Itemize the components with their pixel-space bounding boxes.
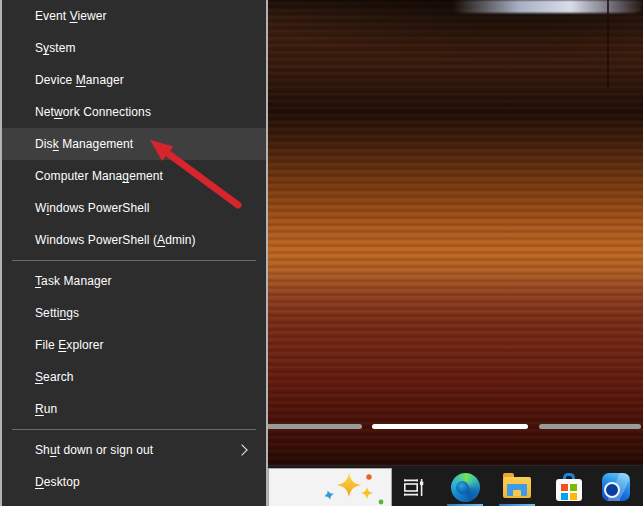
menu-item-network-connections[interactable]: Network Connections — [2, 96, 266, 128]
menu-item-label: System — [35, 41, 76, 55]
menu-item-device-manager[interactable]: Device Manager — [2, 64, 266, 96]
chevron-right-icon — [236, 444, 247, 455]
search-highlights-sparkle-icon — [309, 469, 387, 506]
screen: Event ViewerSystemDevice ManagerNetwork … — [0, 0, 643, 506]
menu-item-search[interactable]: Search — [2, 361, 266, 393]
menu-item-shut-down-or-sign-out[interactable]: Shut down or sign out — [2, 434, 266, 466]
menu-item-run[interactable]: Run — [2, 393, 266, 425]
menu-item-label: Event Viewer — [35, 9, 107, 23]
menu-item-label: Task Manager — [35, 274, 112, 288]
wallpaper-mast-line — [607, 0, 609, 88]
menu-item-label: File Explorer — [35, 338, 104, 352]
taskbar-button-file-explorer[interactable] — [497, 467, 537, 506]
taskbar-search-box[interactable] — [268, 468, 392, 506]
menu-item-windows-powershell[interactable]: Windows PowerShell — [2, 192, 266, 224]
microsoft-store-icon — [556, 473, 582, 502]
menu-separator — [12, 429, 256, 430]
menu-item-label: Run — [35, 402, 57, 416]
menu-item-label: Settings — [35, 306, 79, 320]
menu-item-disk-management[interactable]: Disk Management — [2, 128, 266, 160]
menu-item-label: Device Manager — [35, 73, 124, 87]
menu-item-label: Windows PowerShell (Admin) — [35, 233, 196, 247]
menu-item-label: Windows PowerShell — [35, 201, 150, 215]
menu-item-label: Desktop — [35, 475, 80, 489]
menu-item-desktop[interactable]: Desktop — [2, 466, 266, 498]
edge-icon — [451, 473, 480, 502]
menu-item-task-manager[interactable]: Task Manager — [2, 265, 266, 297]
wallpaper-light-streak — [452, 0, 643, 13]
task-view-icon — [402, 476, 425, 499]
taskbar-button-task-view[interactable] — [393, 467, 433, 506]
taskbar-button-microsoft-edge[interactable] — [445, 467, 485, 506]
menu-item-computer-management[interactable]: Computer Management — [2, 160, 266, 192]
taskbar-button-microsoft-store[interactable] — [549, 467, 589, 506]
menu-item-label: Search — [35, 370, 74, 384]
menu-item-file-explorer[interactable]: File Explorer — [2, 329, 266, 361]
menu-item-event-viewer[interactable]: Event Viewer — [2, 0, 266, 32]
menu-item-label: Network Connections — [35, 105, 151, 119]
menu-separator — [12, 260, 256, 261]
winx-menu: Event ViewerSystemDevice ManagerNetwork … — [0, 0, 268, 506]
carousel-segment-active — [372, 424, 528, 429]
menu-item-label: Shut down or sign out — [35, 443, 153, 457]
menu-item-system[interactable]: System — [2, 32, 266, 64]
carousel-segment-inactive — [539, 424, 641, 429]
file-explorer-icon — [503, 477, 531, 498]
menu-item-windows-powershell-admin[interactable]: Windows PowerShell (Admin) — [2, 224, 266, 256]
outlook-icon — [602, 473, 630, 501]
menu-item-settings[interactable]: Settings — [2, 297, 266, 329]
menu-item-label: Computer Management — [35, 169, 163, 183]
menu-item-label: Disk Management — [35, 137, 133, 151]
taskbar-button-outlook[interactable] — [596, 467, 636, 506]
carousel-segment-inactive — [266, 424, 362, 429]
